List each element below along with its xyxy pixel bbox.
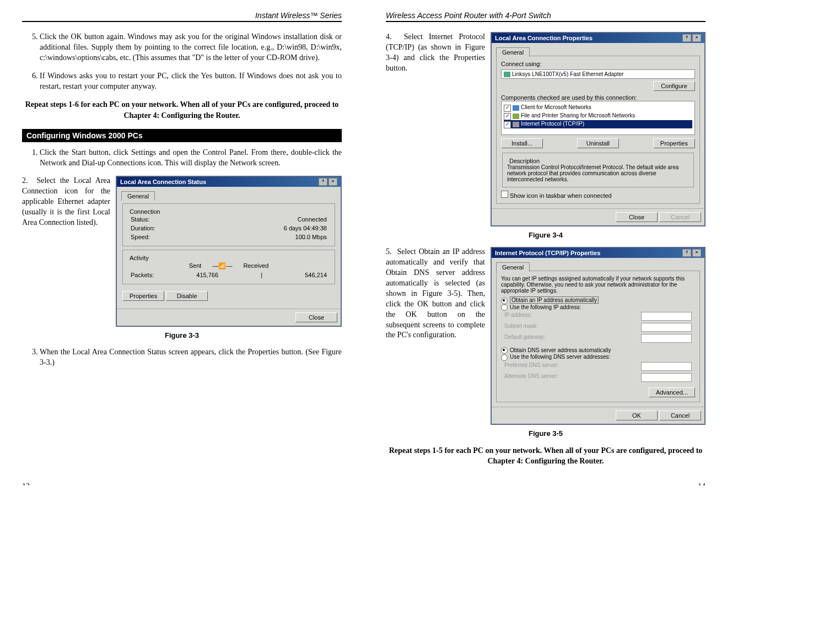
cancel-button: Cancel	[659, 212, 701, 222]
fig34-row: 4. Select Internet Protocol (TCP/IP) (as…	[386, 32, 706, 226]
fig35-row: 5. Select Obtain an IP address automatic…	[386, 247, 706, 424]
list-win98-cont: Click the OK button again. Windows may a…	[22, 32, 342, 91]
close-icon[interactable]: ×	[329, 178, 337, 186]
disable-button[interactable]: Disable	[166, 291, 208, 301]
close-icon[interactable]: ×	[692, 34, 701, 42]
step-5: Click the OK button again. Windows may a…	[40, 32, 342, 63]
caption-33: Figure 3-3	[22, 331, 342, 339]
header-right: Wireless Access Point Router with 4-Port…	[386, 11, 706, 22]
list-w2k-3: When the Local Area Connection Status sc…	[22, 347, 342, 368]
tab-general[interactable]: General	[496, 262, 530, 272]
header-left: Instant Wireless™ Series	[22, 11, 342, 22]
subnet-input	[641, 323, 692, 332]
gateway-input	[641, 334, 692, 343]
dialog-lac-status: Local Area Connection Status ?× General …	[116, 176, 342, 327]
w2k-step-4: 4. Select Internet Protocol (TCP/IP) (as…	[386, 32, 485, 74]
fig33-row: 2. Select the Local Area Connection icon…	[22, 176, 342, 327]
repeat-note-left: Repeat steps 1-6 for each PC on your net…	[22, 99, 342, 121]
show-icon-checkbox[interactable]	[501, 191, 508, 198]
alt-dns-input	[641, 373, 692, 382]
activity-icon: —📶—	[212, 262, 232, 269]
w2k-step-2: 2. Select the Local Area Connection icon…	[22, 176, 110, 228]
properties-button[interactable]: Properties	[653, 138, 695, 148]
section-header: Configuring Windows 2000 PCs	[22, 129, 342, 142]
properties-button[interactable]: Properties	[122, 291, 164, 301]
w2k-step-5: 5. Select Obtain an IP address automatic…	[386, 247, 485, 341]
nic-icon	[504, 72, 510, 77]
install-button[interactable]: Install...	[501, 138, 543, 148]
step-6: If Windows asks you to restart your PC, …	[40, 71, 342, 92]
tab-general[interactable]: General	[121, 191, 155, 201]
pref-dns-input	[641, 362, 692, 371]
configure-button[interactable]: Configure	[653, 81, 695, 91]
radio-manual-dns[interactable]	[501, 354, 508, 361]
help-icon[interactable]: ?	[319, 178, 327, 186]
ok-button[interactable]: OK	[616, 411, 658, 420]
cancel-button[interactable]: Cancel	[659, 411, 701, 420]
left-page: Instant Wireless™ Series Click the OK bu…	[22, 11, 342, 474]
help-icon[interactable]: ?	[682, 249, 691, 257]
list-win2k: Click the Start button, click Settings a…	[22, 148, 342, 169]
advanced-button[interactable]: Advanced...	[649, 387, 695, 397]
tab-general[interactable]: General	[496, 47, 530, 57]
radio-auto-dns[interactable]	[501, 347, 508, 354]
components-list[interactable]: ✓Client for Microsoft Networks ✓File and…	[501, 101, 695, 135]
radio-manual-ip[interactable]	[501, 304, 508, 311]
close-button[interactable]: Close	[295, 312, 337, 322]
dialog-tcpip: Internet Protocol (TCP/IP) Properties ?×…	[491, 247, 706, 424]
radio-auto-ip[interactable]	[501, 298, 508, 304]
ip-input	[641, 312, 692, 321]
dlg-title: Local Area Connection Status ?×	[117, 177, 341, 187]
close-icon[interactable]: ×	[692, 249, 701, 257]
w2k-step-1: Click the Start button, click Settings a…	[40, 148, 342, 169]
page-number-right: 14	[698, 482, 706, 485]
caption-34: Figure 3-4	[386, 231, 706, 239]
w2k-step-3: When the Local Area Connection Status sc…	[40, 347, 342, 368]
repeat-note-right: Repeat steps 1-5 for each PC on your net…	[386, 445, 706, 467]
caption-35: Figure 3-5	[386, 429, 706, 438]
right-page: Wireless Access Point Router with 4-Port…	[386, 11, 706, 474]
dialog-lac-props: Local Area Connection Properties ?× Gene…	[491, 32, 706, 226]
help-icon[interactable]: ?	[682, 34, 691, 42]
page-number-left: 13	[22, 482, 30, 485]
close-button[interactable]: Close	[616, 212, 658, 222]
uninstall-button[interactable]: Uninstall	[577, 138, 619, 148]
